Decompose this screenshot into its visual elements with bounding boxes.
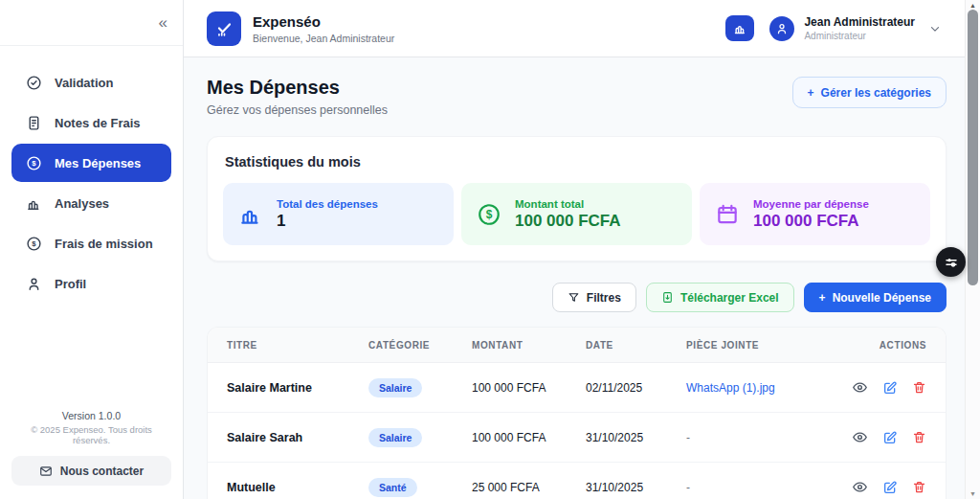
sidebar-item-label: Validation <box>55 76 113 90</box>
user-menu[interactable]: Jean Administrateur Administrateur <box>769 15 942 41</box>
sidebar-nav: Validation Notes de Frais $ Mes Dépenses… <box>0 46 183 410</box>
new-expense-button[interactable]: + Nouvelle Dépense <box>804 283 947 312</box>
column-header-actions: ACTIONS <box>835 340 926 351</box>
sidebar-item-notes-de-frais[interactable]: Notes de Frais <box>11 103 171 142</box>
sidebar-footer: Version 1.0.0 © 2025 Expenseo. Tous droi… <box>0 410 183 499</box>
bar-chart-icon <box>26 195 42 212</box>
filters-label: Filtres <box>587 291 621 305</box>
expense-attachment-cell: - <box>686 431 835 444</box>
attachment-empty: - <box>686 431 690 444</box>
expense-date: 31/10/2025 <box>586 481 686 494</box>
app-version: Version 1.0.0 <box>11 410 171 421</box>
eye-icon <box>852 429 868 445</box>
delete-button[interactable] <box>912 379 926 396</box>
receipt-icon <box>26 115 42 131</box>
sidebar-item-analyses[interactable]: Analyses <box>11 184 171 222</box>
manage-categories-button[interactable]: + Gérer les catégories <box>792 77 947 108</box>
user-icon <box>775 22 789 35</box>
content: Mes Dépenses Gérez vos dépenses personne… <box>184 57 980 499</box>
row-actions <box>835 379 926 396</box>
stat-value: 100 000 FCFA <box>515 212 621 231</box>
column-header-date: DATE <box>586 340 686 351</box>
sidebar-item-label: Analyses <box>55 196 109 211</box>
avatar <box>769 16 794 41</box>
sidebar-item-label: Frais de mission <box>55 237 153 251</box>
table-row: Salaire Sarah Salaire 100 000 FCFA 31/10… <box>208 413 946 463</box>
sidebar-collapse-button[interactable]: « <box>159 14 167 31</box>
sidebar-item-label: Notes de Frais <box>55 116 141 130</box>
view-button[interactable] <box>852 479 868 495</box>
page-title: Mes Dépenses <box>207 77 388 99</box>
stat-text: Montant total 100 000 FCFA <box>515 198 621 231</box>
svg-text:$: $ <box>486 208 493 221</box>
dollar-circle-icon: $ <box>26 155 42 171</box>
expense-date: 31/10/2025 <box>586 431 686 444</box>
user-name: Jean Administrateur <box>804 15 915 29</box>
stat-total-expenses: Total des dépenses 1 <box>223 183 454 245</box>
plus-icon: + <box>819 291 826 305</box>
edit-button[interactable] <box>882 379 898 396</box>
pencil-square-icon <box>882 430 898 445</box>
monthly-stats-card: Statistiques du mois Total des dépenses … <box>207 136 947 261</box>
manage-categories-label: Gérer les catégories <box>821 86 931 100</box>
svg-text:$: $ <box>32 159 36 168</box>
stat-label: Total des dépenses <box>277 198 378 210</box>
trash-icon <box>912 380 926 395</box>
delete-button[interactable] <box>912 429 926 445</box>
sidebar-item-validation[interactable]: Validation <box>11 63 171 102</box>
stat-label: Montant total <box>515 198 621 210</box>
expense-attachment-cell: WhatsApp (1).jpg <box>686 381 835 395</box>
table-row: Salaire Martine Salaire 100 000 FCFA 02/… <box>208 363 946 413</box>
download-excel-button[interactable]: Télécharger Excel <box>646 283 794 312</box>
category-badge: Salaire <box>368 428 422 447</box>
stat-text: Total des dépenses 1 <box>277 198 378 231</box>
category-badge: Salaire <box>368 378 422 397</box>
delete-button[interactable] <box>912 479 926 495</box>
dollar-circle-icon: $ <box>26 236 42 252</box>
expense-date: 02/11/2025 <box>586 381 686 395</box>
app-title: Expenséo <box>253 13 394 30</box>
scrollbar-thumb[interactable] <box>968 10 978 285</box>
file-download-icon <box>661 291 674 304</box>
view-button[interactable] <box>852 429 868 445</box>
table-row: Mutuelle Santé 25 000 FCFA 31/10/2025 - <box>208 463 946 499</box>
contact-button[interactable]: Nous contacter <box>11 456 171 486</box>
column-header-categorie: CATÉGORIE <box>368 340 472 351</box>
copyright: © 2025 Expenseo. Tous droits réservés. <box>11 424 171 445</box>
brand: Expenséo Bienvenue, Jean Administrateur <box>207 11 394 46</box>
attachment-link[interactable]: WhatsApp (1).jpg <box>686 381 775 395</box>
sidebar-header: « <box>0 0 183 46</box>
row-actions <box>835 429 926 445</box>
expense-amount: 100 000 FCFA <box>472 381 586 395</box>
svg-text:$: $ <box>32 239 36 248</box>
sidebar-item-mes-depenses[interactable]: $ Mes Dépenses <box>11 144 171 182</box>
column-header-piece-jointe: PIÈCE JOINTE <box>686 340 835 351</box>
trash-icon <box>912 430 926 444</box>
stat-total-amount: $ Montant total 100 000 FCFA <box>461 183 692 245</box>
sidebar-item-frais-de-mission[interactable]: $ Frais de mission <box>11 224 171 262</box>
scroll-up-arrow-icon[interactable]: ▲ <box>966 2 980 9</box>
edit-button[interactable] <box>882 479 898 495</box>
sidebar: « Validation Notes de Frais $ Mes Dépens… <box>0 0 184 499</box>
table-toolbar: Filtres Télécharger Excel + Nouvelle Dép… <box>207 283 947 312</box>
view-button[interactable] <box>852 379 868 396</box>
stats-grid: Total des dépenses 1 $ Montant total 100… <box>223 183 930 245</box>
floating-settings-button[interactable] <box>936 247 966 277</box>
scrollbar[interactable]: ▲ ▼ <box>965 0 980 499</box>
analytics-shortcut-button[interactable] <box>725 15 754 41</box>
column-header-titre: TITRE <box>227 340 368 351</box>
expense-title: Salaire Martine <box>227 381 368 395</box>
stat-value: 100 000 FCFA <box>753 212 869 231</box>
eye-icon <box>852 479 868 495</box>
sidebar-item-profil[interactable]: Profil <box>11 264 171 303</box>
edit-button[interactable] <box>882 429 898 445</box>
bar-chart-icon <box>238 202 263 227</box>
page-header-text: Mes Dépenses Gérez vos dépenses personne… <box>207 77 388 117</box>
expense-title: Mutuelle <box>227 481 368 494</box>
new-expense-label: Nouvelle Dépense <box>833 291 931 305</box>
scroll-down-arrow-icon[interactable]: ▼ <box>966 490 980 497</box>
column-header-montant: MONTANT <box>472 340 586 351</box>
check-circle-icon <box>26 75 42 91</box>
main-area: Expenséo Bienvenue, Jean Administrateur … <box>184 0 980 499</box>
filters-button[interactable]: Filtres <box>552 283 636 312</box>
